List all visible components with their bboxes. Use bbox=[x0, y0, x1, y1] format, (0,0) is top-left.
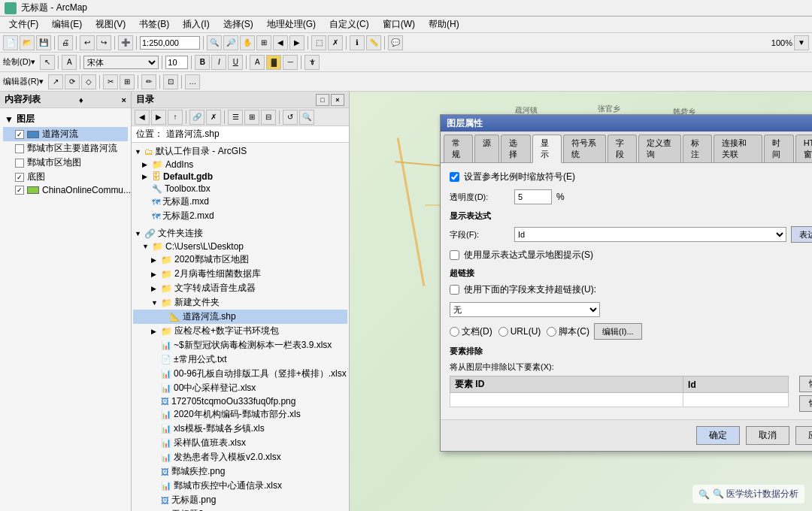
tree-road-shp[interactable]: 📐 道路河流.shp bbox=[133, 310, 347, 324]
scale-input[interactable]: 1:250,000 bbox=[140, 36, 200, 50]
radio-url-input[interactable] bbox=[498, 327, 508, 337]
ok-btn[interactable]: 确定 bbox=[696, 426, 740, 445]
cat-refresh-btn[interactable]: ↺ bbox=[283, 110, 298, 125]
tab-source[interactable]: 源 bbox=[474, 135, 499, 162]
layer-city-map[interactable]: 鄄城市区地图 bbox=[3, 156, 128, 170]
layer-basemap[interactable]: 底图 bbox=[3, 170, 128, 184]
cat-search-btn[interactable]: 🔍 bbox=[299, 110, 314, 125]
print-btn[interactable]: 🖨 bbox=[58, 35, 73, 50]
tree-city-map[interactable]: ▶ 📁 2020鄄城市区地图 bbox=[133, 252, 347, 267]
tree-new-folder[interactable]: ▼ 📁 新建文件夹 bbox=[133, 295, 347, 310]
more-edit-btn[interactable]: … bbox=[185, 74, 200, 89]
transparency-input[interactable] bbox=[514, 189, 552, 204]
tab-symbology[interactable]: 符号系统 bbox=[563, 135, 606, 162]
hyperlink-check[interactable] bbox=[450, 285, 459, 295]
select-btn[interactable]: ⬚ bbox=[311, 35, 326, 50]
map-tips-btn[interactable]: 💬 bbox=[388, 35, 403, 50]
fwd-extent-btn[interactable]: ▶ bbox=[289, 35, 304, 50]
tree-xlsx4[interactable]: 📊 采样队值班表.xlsx bbox=[133, 436, 347, 450]
menu-view[interactable]: 视图(V) bbox=[89, 17, 132, 32]
layer-online[interactable]: ChinaOnlineCommu... bbox=[3, 184, 128, 196]
menu-bookmark[interactable]: 书签(B) bbox=[133, 17, 175, 32]
tree-png3[interactable]: 🖼 无标题.png bbox=[133, 493, 347, 507]
menu-insert[interactable]: 插入(I) bbox=[177, 17, 215, 32]
toc-close[interactable]: × bbox=[122, 95, 126, 104]
tab-html[interactable]: HTML 弹出窗口 bbox=[795, 135, 812, 162]
measure-btn[interactable]: 📏 bbox=[366, 35, 381, 50]
expression-btn[interactable]: 表达式(O)... bbox=[791, 226, 812, 243]
layers-header[interactable]: ▼ 图层 bbox=[3, 111, 128, 127]
menu-help[interactable]: 帮助(H) bbox=[423, 17, 465, 32]
cat-disc-btn[interactable]: ✗ bbox=[206, 110, 221, 125]
tab-fields[interactable]: 字段 bbox=[607, 135, 637, 162]
tree-mxd2[interactable]: 🗺 无标题2.mxd bbox=[133, 209, 347, 223]
catalog-max-btn[interactable]: □ bbox=[316, 94, 329, 106]
tree-xls1[interactable]: 📊 2020年机构编码-鄄城市部分.xls bbox=[133, 407, 347, 422]
restore-all-btn[interactable]: 恢复全部(E) bbox=[799, 395, 812, 412]
pointer-btn[interactable]: ↖ bbox=[40, 55, 55, 70]
percent-btn[interactable]: ▼ bbox=[794, 35, 809, 50]
save-btn[interactable]: 💾 bbox=[36, 35, 51, 50]
menu-select[interactable]: 选择(S) bbox=[217, 17, 259, 32]
tree-default-gdb[interactable]: ▶ 🗄 Default.gdb bbox=[133, 171, 347, 183]
edit-vertex-btn[interactable]: ◇ bbox=[81, 74, 96, 89]
new-btn[interactable]: 📄 bbox=[3, 35, 18, 50]
tree-desktop[interactable]: ▼ 📁 C:\Users\L\Desktop bbox=[133, 240, 347, 252]
full-extent-btn[interactable]: ⊞ bbox=[256, 35, 271, 50]
catalog-close-btn[interactable]: × bbox=[331, 94, 344, 106]
tree-bacteria[interactable]: ▶ 📁 2月病毒性细菌数据库 bbox=[133, 267, 347, 281]
tree-xlsx5[interactable]: 📊 发热患者导入模板v2.0.xlsx bbox=[133, 450, 347, 464]
radio-doc-input[interactable] bbox=[450, 327, 459, 337]
open-btn[interactable]: 📂 bbox=[20, 35, 35, 50]
tree-tts[interactable]: ▶ 📁 文字转成语音生成器 bbox=[133, 281, 347, 295]
tree-png1[interactable]: 🖼 172705tcqmoOu333fuq0fp.png bbox=[133, 395, 347, 407]
layer-basemap-check[interactable] bbox=[15, 173, 24, 182]
radio-script-input[interactable] bbox=[547, 327, 556, 337]
menu-file[interactable]: 文件(F) bbox=[3, 17, 44, 32]
cat-view2-btn[interactable]: ⊞ bbox=[244, 110, 259, 125]
tree-default-workspace[interactable]: ▼ 🗂 默认工作目录 - ArcGIS bbox=[133, 144, 347, 159]
font-size-input[interactable] bbox=[165, 56, 188, 69]
apply-btn[interactable]: 应用(A) bbox=[795, 426, 812, 445]
scale-symbols-check[interactable] bbox=[450, 172, 459, 182]
tree-xlsx3[interactable]: 📊 00中心采样登记.xlsx bbox=[133, 381, 347, 395]
tree-png2[interactable]: 🖼 鄄城疾控.png bbox=[133, 464, 347, 479]
edit-merge-btn[interactable]: ⊞ bbox=[120, 74, 135, 89]
tree-xlsx2[interactable]: 📊 00-96孔板自动排版工具（竖排+横排）.xlsx bbox=[133, 367, 347, 381]
tree-png4[interactable]: 🖼 无标题2.png bbox=[133, 507, 347, 511]
layer-road-river-check[interactable] bbox=[15, 130, 24, 139]
menu-geoprocess[interactable]: 地理处理(G) bbox=[261, 17, 322, 32]
back-extent-btn[interactable]: ◀ bbox=[273, 35, 288, 50]
tab-general[interactable]: 常规 bbox=[444, 135, 473, 162]
tab-display[interactable]: 显示 bbox=[532, 135, 562, 163]
edit-hyperlink-btn[interactable]: 编辑(I)... bbox=[594, 323, 642, 340]
edit-rotate-btn[interactable]: ⟳ bbox=[65, 74, 80, 89]
layer-main-roads-check[interactable] bbox=[15, 144, 24, 153]
snapping-btn[interactable]: ⊡ bbox=[163, 74, 178, 89]
bold-btn[interactable]: B bbox=[195, 55, 210, 70]
line-color-btn[interactable]: ─ bbox=[283, 55, 298, 70]
add-data-btn[interactable]: ➕ bbox=[118, 35, 133, 50]
zoom-in-btn[interactable]: 🔍 bbox=[207, 35, 222, 50]
sketch-btn[interactable]: ✏ bbox=[141, 74, 156, 89]
tab-query[interactable]: 定义查询 bbox=[638, 135, 681, 162]
tree-cert[interactable]: ▶ 📁 应检尽检+数字证书环境包 bbox=[133, 324, 347, 338]
tree-xlsx6[interactable]: 📊 鄄城市疾控中心通信录.xlsx bbox=[133, 479, 347, 493]
identify-btn[interactable]: ℹ bbox=[350, 35, 365, 50]
tree-folder-conn[interactable]: ▼ 🔗 文件夹连接 bbox=[133, 226, 347, 240]
menu-window[interactable]: 窗口(W) bbox=[377, 17, 421, 32]
shadow-btn[interactable]: 🗡 bbox=[304, 55, 320, 70]
cat-view3-btn[interactable]: ⊟ bbox=[261, 110, 276, 125]
layer-city-map-check[interactable] bbox=[15, 159, 24, 168]
fill-color-btn[interactable]: ▓ bbox=[266, 55, 281, 70]
cancel-btn[interactable]: 取消 bbox=[746, 426, 789, 445]
menu-edit[interactable]: 编辑(E) bbox=[46, 17, 88, 32]
tree-xlsx1[interactable]: 📊 ~$新型冠状病毒检测标本一栏表3.9.xlsx bbox=[133, 338, 347, 352]
pan-btn[interactable]: ✋ bbox=[240, 35, 255, 50]
cat-fwd-btn[interactable]: ▶ bbox=[151, 110, 166, 125]
zoom-out-btn[interactable]: 🔎 bbox=[223, 35, 238, 50]
tree-txt1[interactable]: 📄 ±常用公式.txt bbox=[133, 352, 347, 367]
cat-conn-btn[interactable]: 🔗 bbox=[189, 110, 205, 125]
tree-toolbox[interactable]: 🔧 Toolbox.tbx bbox=[133, 183, 347, 195]
layer-road-river[interactable]: 道路河流 bbox=[3, 127, 128, 141]
